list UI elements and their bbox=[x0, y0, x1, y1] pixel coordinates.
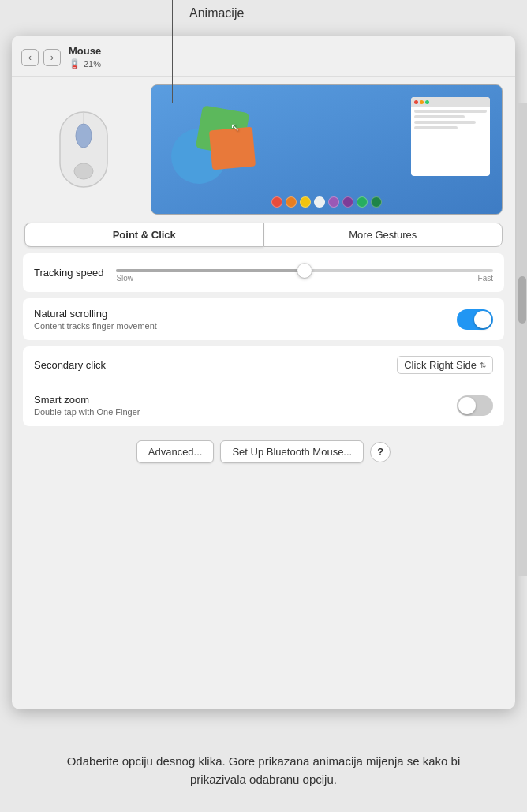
annotation-bottom: Odaberite opciju desnog klika. Gore prik… bbox=[0, 753, 527, 788]
scroll-thumb[interactable] bbox=[518, 276, 526, 324]
svg-point-3 bbox=[74, 163, 93, 179]
title-info: Mouse 🪫 21% bbox=[69, 45, 101, 69]
secondary-click-row: Secondary click Click Right Side ⇅ bbox=[23, 346, 504, 384]
tracking-speed-row: Tracking speed Slow Fast bbox=[23, 253, 504, 292]
preview-cursor: ↖ bbox=[230, 121, 240, 133]
smart-zoom-toggle[interactable] bbox=[457, 395, 493, 416]
preview-lines bbox=[411, 107, 490, 176]
slider-thumb[interactable] bbox=[297, 264, 312, 278]
preview-window-bar bbox=[411, 97, 490, 107]
tab-more-gestures[interactable]: More Gestures bbox=[264, 223, 503, 247]
tracking-speed-label: Tracking speed bbox=[34, 267, 103, 279]
titlebar: ‹ › Mouse 🪫 21% bbox=[12, 36, 515, 77]
toggle-knob bbox=[474, 311, 491, 328]
help-button[interactable]: ? bbox=[370, 442, 391, 462]
swatch-green1 bbox=[357, 196, 368, 208]
nav-buttons: ‹ › bbox=[21, 49, 61, 66]
natural-scrolling-toggle[interactable] bbox=[457, 309, 493, 330]
svg-point-2 bbox=[76, 124, 92, 148]
natural-scrolling-label: Natural scrolling bbox=[34, 308, 157, 320]
window-title: Mouse bbox=[69, 45, 101, 57]
tab-bar: Point & Click More Gestures bbox=[12, 223, 515, 253]
preview-dot-yellow bbox=[420, 100, 424, 104]
secondary-smart-section: Secondary click Click Right Side ⇅ Smart… bbox=[23, 346, 504, 426]
scroll-indicator[interactable] bbox=[518, 103, 527, 576]
preview-line bbox=[414, 121, 476, 124]
annotation-line bbox=[172, 0, 173, 103]
forward-button[interactable]: › bbox=[43, 49, 61, 66]
battery-indicator: 🪫 21% bbox=[69, 58, 101, 69]
top-section: ↖ bbox=[12, 77, 515, 223]
swatch-yellow bbox=[300, 196, 311, 208]
preview-line bbox=[414, 126, 458, 129]
swatch-purple1 bbox=[328, 196, 339, 208]
natural-scrolling-sublabel: Content tracks finger movement bbox=[34, 321, 157, 331]
back-button[interactable]: ‹ bbox=[21, 49, 39, 66]
bluetooth-button[interactable]: Set Up Bluetooth Mouse... bbox=[220, 440, 364, 463]
swatch-orange bbox=[286, 196, 297, 208]
preview-dot-red bbox=[414, 100, 418, 104]
slider-track[interactable] bbox=[116, 269, 493, 272]
main-window: ‹ › Mouse 🪫 21% bbox=[12, 36, 515, 709]
swatch-purple2 bbox=[342, 196, 353, 208]
preview-swatches bbox=[271, 196, 382, 208]
secondary-click-value: Click Right Side bbox=[404, 359, 477, 371]
swatch-white bbox=[314, 196, 325, 208]
swatch-red bbox=[271, 196, 282, 208]
preview-desktop: ↖ bbox=[151, 85, 502, 214]
natural-scrolling-section: Natural scrolling Content tracks finger … bbox=[23, 298, 504, 340]
animation-preview: ↖ bbox=[151, 84, 503, 215]
bottom-buttons: Advanced... Set Up Bluetooth Mouse... ? bbox=[12, 432, 515, 471]
mouse-svg bbox=[52, 96, 115, 199]
slider-fast-label: Fast bbox=[478, 274, 493, 283]
preview-window bbox=[411, 97, 490, 176]
slider-slow-label: Slow bbox=[116, 274, 133, 283]
smart-zoom-label: Smart zoom bbox=[34, 394, 140, 406]
mouse-visual bbox=[24, 84, 143, 211]
slider-fill bbox=[116, 269, 305, 272]
secondary-click-label: Secondary click bbox=[34, 359, 106, 371]
battery-icon: 🪫 bbox=[69, 58, 80, 69]
tab-point-click[interactable]: Point & Click bbox=[24, 223, 264, 247]
smart-zoom-text: Smart zoom Double-tap with One Finger bbox=[34, 394, 140, 417]
dropdown-arrows-icon: ⇅ bbox=[480, 361, 486, 369]
smart-zoom-sublabel: Double-tap with One Finger bbox=[34, 407, 140, 417]
smart-zoom-toggle-knob bbox=[458, 397, 476, 414]
preview-line bbox=[414, 115, 465, 118]
preview-line bbox=[414, 110, 487, 113]
secondary-click-dropdown[interactable]: Click Right Side ⇅ bbox=[397, 356, 493, 374]
tracking-speed-slider-container: Slow Fast bbox=[116, 263, 493, 283]
tracking-speed-section: Tracking speed Slow Fast bbox=[23, 253, 504, 292]
natural-scrolling-text: Natural scrolling Content tracks finger … bbox=[34, 308, 157, 331]
natural-scrolling-row: Natural scrolling Content tracks finger … bbox=[23, 298, 504, 340]
advanced-button[interactable]: Advanced... bbox=[136, 440, 215, 463]
annotation-label: Animacije bbox=[189, 6, 244, 21]
swatch-green2 bbox=[371, 196, 382, 208]
battery-level: 21% bbox=[84, 59, 101, 69]
smart-zoom-row: Smart zoom Double-tap with One Finger bbox=[23, 384, 504, 426]
preview-dot-green bbox=[425, 100, 429, 104]
